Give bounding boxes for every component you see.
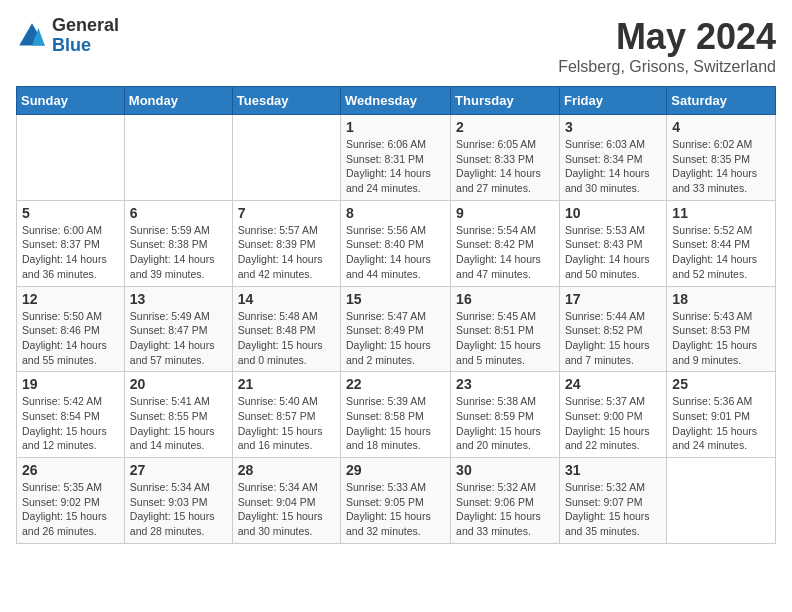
calendar-cell [17,115,125,201]
day-info: Sunrise: 6:05 AMSunset: 8:33 PMDaylight:… [456,137,554,196]
day-number: 7 [238,205,335,221]
day-info: Sunrise: 5:35 AMSunset: 9:02 PMDaylight:… [22,480,119,539]
calendar-cell: 14Sunrise: 5:48 AMSunset: 8:48 PMDayligh… [232,286,340,372]
day-number: 24 [565,376,661,392]
day-header-saturday: Saturday [667,87,776,115]
logo-general: General [52,16,119,36]
calendar-week-3: 12Sunrise: 5:50 AMSunset: 8:46 PMDayligh… [17,286,776,372]
calendar-cell: 18Sunrise: 5:43 AMSunset: 8:53 PMDayligh… [667,286,776,372]
calendar-cell: 13Sunrise: 5:49 AMSunset: 8:47 PMDayligh… [124,286,232,372]
calendar-cell: 27Sunrise: 5:34 AMSunset: 9:03 PMDayligh… [124,458,232,544]
day-info: Sunrise: 5:54 AMSunset: 8:42 PMDaylight:… [456,223,554,282]
page-header: General Blue May 2024 Felsberg, Grisons,… [16,16,776,76]
day-header-monday: Monday [124,87,232,115]
day-header-thursday: Thursday [451,87,560,115]
calendar-cell: 19Sunrise: 5:42 AMSunset: 8:54 PMDayligh… [17,372,125,458]
day-number: 4 [672,119,770,135]
calendar-cell: 8Sunrise: 5:56 AMSunset: 8:40 PMDaylight… [341,200,451,286]
day-number: 22 [346,376,445,392]
calendar-cell [232,115,340,201]
day-info: Sunrise: 6:00 AMSunset: 8:37 PMDaylight:… [22,223,119,282]
day-info: Sunrise: 5:45 AMSunset: 8:51 PMDaylight:… [456,309,554,368]
day-info: Sunrise: 5:47 AMSunset: 8:49 PMDaylight:… [346,309,445,368]
calendar-table: SundayMondayTuesdayWednesdayThursdayFrid… [16,86,776,544]
logo-icon [16,20,48,52]
calendar-cell: 4Sunrise: 6:02 AMSunset: 8:35 PMDaylight… [667,115,776,201]
day-number: 30 [456,462,554,478]
calendar-cell [667,458,776,544]
calendar-cell: 15Sunrise: 5:47 AMSunset: 8:49 PMDayligh… [341,286,451,372]
day-header-wednesday: Wednesday [341,87,451,115]
title-block: May 2024 Felsberg, Grisons, Switzerland [558,16,776,76]
logo: General Blue [16,16,119,56]
calendar-cell: 3Sunrise: 6:03 AMSunset: 8:34 PMDaylight… [559,115,666,201]
day-info: Sunrise: 6:03 AMSunset: 8:34 PMDaylight:… [565,137,661,196]
day-info: Sunrise: 5:38 AMSunset: 8:59 PMDaylight:… [456,394,554,453]
calendar-cell: 7Sunrise: 5:57 AMSunset: 8:39 PMDaylight… [232,200,340,286]
day-header-tuesday: Tuesday [232,87,340,115]
day-info: Sunrise: 5:50 AMSunset: 8:46 PMDaylight:… [22,309,119,368]
day-number: 23 [456,376,554,392]
day-number: 19 [22,376,119,392]
day-header-sunday: Sunday [17,87,125,115]
calendar-cell: 11Sunrise: 5:52 AMSunset: 8:44 PMDayligh… [667,200,776,286]
day-info: Sunrise: 6:06 AMSunset: 8:31 PMDaylight:… [346,137,445,196]
day-number: 14 [238,291,335,307]
day-number: 1 [346,119,445,135]
calendar-cell: 20Sunrise: 5:41 AMSunset: 8:55 PMDayligh… [124,372,232,458]
days-header-row: SundayMondayTuesdayWednesdayThursdayFrid… [17,87,776,115]
day-info: Sunrise: 5:52 AMSunset: 8:44 PMDaylight:… [672,223,770,282]
calendar-week-4: 19Sunrise: 5:42 AMSunset: 8:54 PMDayligh… [17,372,776,458]
calendar-cell: 5Sunrise: 6:00 AMSunset: 8:37 PMDaylight… [17,200,125,286]
calendar-week-2: 5Sunrise: 6:00 AMSunset: 8:37 PMDaylight… [17,200,776,286]
calendar-cell: 9Sunrise: 5:54 AMSunset: 8:42 PMDaylight… [451,200,560,286]
day-number: 21 [238,376,335,392]
calendar-cell: 1Sunrise: 6:06 AMSunset: 8:31 PMDaylight… [341,115,451,201]
day-info: Sunrise: 6:02 AMSunset: 8:35 PMDaylight:… [672,137,770,196]
day-info: Sunrise: 5:32 AMSunset: 9:07 PMDaylight:… [565,480,661,539]
day-number: 11 [672,205,770,221]
calendar-cell: 31Sunrise: 5:32 AMSunset: 9:07 PMDayligh… [559,458,666,544]
day-info: Sunrise: 5:40 AMSunset: 8:57 PMDaylight:… [238,394,335,453]
calendar-cell: 28Sunrise: 5:34 AMSunset: 9:04 PMDayligh… [232,458,340,544]
day-info: Sunrise: 5:48 AMSunset: 8:48 PMDaylight:… [238,309,335,368]
day-info: Sunrise: 5:39 AMSunset: 8:58 PMDaylight:… [346,394,445,453]
calendar-cell: 23Sunrise: 5:38 AMSunset: 8:59 PMDayligh… [451,372,560,458]
location-subtitle: Felsberg, Grisons, Switzerland [558,58,776,76]
day-info: Sunrise: 5:37 AMSunset: 9:00 PMDaylight:… [565,394,661,453]
day-number: 20 [130,376,227,392]
day-number: 27 [130,462,227,478]
day-info: Sunrise: 5:57 AMSunset: 8:39 PMDaylight:… [238,223,335,282]
day-number: 10 [565,205,661,221]
day-info: Sunrise: 5:59 AMSunset: 8:38 PMDaylight:… [130,223,227,282]
day-number: 16 [456,291,554,307]
day-number: 26 [22,462,119,478]
calendar-week-1: 1Sunrise: 6:06 AMSunset: 8:31 PMDaylight… [17,115,776,201]
day-info: Sunrise: 5:53 AMSunset: 8:43 PMDaylight:… [565,223,661,282]
day-number: 29 [346,462,445,478]
calendar-cell: 2Sunrise: 6:05 AMSunset: 8:33 PMDaylight… [451,115,560,201]
calendar-cell: 12Sunrise: 5:50 AMSunset: 8:46 PMDayligh… [17,286,125,372]
day-number: 25 [672,376,770,392]
day-info: Sunrise: 5:32 AMSunset: 9:06 PMDaylight:… [456,480,554,539]
day-info: Sunrise: 5:49 AMSunset: 8:47 PMDaylight:… [130,309,227,368]
logo-text: General Blue [52,16,119,56]
month-title: May 2024 [558,16,776,58]
calendar-cell: 10Sunrise: 5:53 AMSunset: 8:43 PMDayligh… [559,200,666,286]
calendar-cell: 26Sunrise: 5:35 AMSunset: 9:02 PMDayligh… [17,458,125,544]
day-number: 31 [565,462,661,478]
calendar-cell: 30Sunrise: 5:32 AMSunset: 9:06 PMDayligh… [451,458,560,544]
day-number: 5 [22,205,119,221]
day-number: 6 [130,205,227,221]
day-header-friday: Friday [559,87,666,115]
day-info: Sunrise: 5:34 AMSunset: 9:04 PMDaylight:… [238,480,335,539]
day-number: 8 [346,205,445,221]
day-info: Sunrise: 5:33 AMSunset: 9:05 PMDaylight:… [346,480,445,539]
day-info: Sunrise: 5:56 AMSunset: 8:40 PMDaylight:… [346,223,445,282]
calendar-cell: 6Sunrise: 5:59 AMSunset: 8:38 PMDaylight… [124,200,232,286]
calendar-week-5: 26Sunrise: 5:35 AMSunset: 9:02 PMDayligh… [17,458,776,544]
calendar-cell: 17Sunrise: 5:44 AMSunset: 8:52 PMDayligh… [559,286,666,372]
calendar-cell: 24Sunrise: 5:37 AMSunset: 9:00 PMDayligh… [559,372,666,458]
calendar-cell: 16Sunrise: 5:45 AMSunset: 8:51 PMDayligh… [451,286,560,372]
day-info: Sunrise: 5:44 AMSunset: 8:52 PMDaylight:… [565,309,661,368]
